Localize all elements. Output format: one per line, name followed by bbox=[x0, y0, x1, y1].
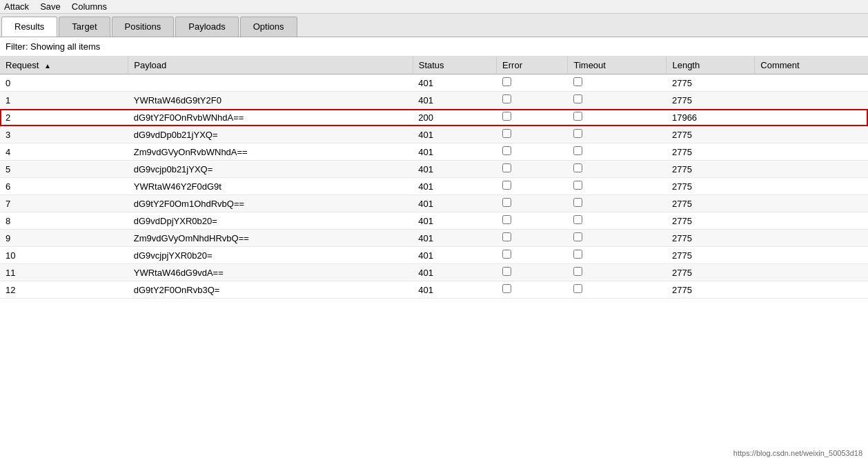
cell-comment bbox=[755, 212, 868, 230]
cell-timeout-checkbox bbox=[573, 163, 582, 172]
menu-attack[interactable]: Attack bbox=[4, 1, 29, 12]
cell-payload: YWRtaW46dG9tY2F0 bbox=[128, 92, 413, 109]
cell-timeout bbox=[568, 109, 667, 126]
cell-length: 2775 bbox=[667, 92, 755, 109]
cell-timeout-checkbox bbox=[573, 129, 582, 138]
cell-timeout-checkbox bbox=[573, 267, 582, 276]
cell-status: 401 bbox=[413, 143, 496, 161]
table-row[interactable]: 4Zm9vdGVyOnRvbWNhdA==4012775 bbox=[0, 143, 868, 161]
cell-error-checkbox bbox=[502, 112, 511, 121]
cell-length: 2775 bbox=[667, 230, 755, 247]
cell-length: 17966 bbox=[667, 109, 755, 126]
cell-error-checkbox bbox=[502, 267, 511, 276]
cell-comment bbox=[755, 195, 868, 212]
cell-request: 9 bbox=[0, 230, 128, 247]
col-header-error[interactable]: Error bbox=[497, 57, 568, 74]
results-table-container: Request ▲ Payload Status Error Timeout L… bbox=[0, 57, 868, 299]
cell-request: 2 bbox=[0, 109, 128, 126]
cell-error bbox=[497, 195, 568, 212]
cell-timeout-checkbox bbox=[573, 77, 582, 86]
cell-request: 12 bbox=[0, 281, 128, 299]
col-header-length[interactable]: Length bbox=[667, 57, 755, 74]
cell-error-checkbox bbox=[502, 284, 511, 293]
cell-comment bbox=[755, 126, 868, 143]
cell-payload: YWRtaW46dG9vdA== bbox=[128, 264, 413, 281]
cell-status: 401 bbox=[413, 212, 496, 230]
cell-timeout bbox=[568, 143, 667, 161]
cell-length: 2775 bbox=[667, 126, 755, 143]
cell-length: 2775 bbox=[667, 74, 755, 92]
col-header-payload[interactable]: Payload bbox=[128, 57, 413, 74]
table-row[interactable]: 3dG9vdDp0b21jYXQ=4012775 bbox=[0, 126, 868, 143]
tab-positions[interactable]: Positions bbox=[112, 17, 175, 37]
cell-timeout bbox=[568, 74, 667, 92]
table-row[interactable]: 04012775 bbox=[0, 74, 868, 92]
cell-error bbox=[497, 247, 568, 264]
cell-comment bbox=[755, 92, 868, 109]
col-header-timeout[interactable]: Timeout bbox=[568, 57, 667, 74]
cell-comment bbox=[755, 247, 868, 264]
table-row[interactable]: 9Zm9vdGVyOmNhdHRvbQ==4012775 bbox=[0, 230, 868, 247]
cell-error bbox=[497, 161, 568, 178]
cell-status: 401 bbox=[413, 126, 496, 143]
table-row[interactable]: 8dG9vdDpjYXR0b20=4012775 bbox=[0, 212, 868, 230]
col-header-status[interactable]: Status bbox=[413, 57, 496, 74]
cell-payload: Zm9vdGVyOmNhdHRvbQ== bbox=[128, 230, 413, 247]
cell-status: 401 bbox=[413, 264, 496, 281]
cell-error bbox=[497, 126, 568, 143]
cell-timeout-checkbox bbox=[573, 112, 582, 121]
table-row[interactable]: 2dG9tY2F0OnRvbWNhdA==20017966 bbox=[0, 109, 868, 126]
cell-error bbox=[497, 74, 568, 92]
cell-status: 401 bbox=[413, 178, 496, 195]
sort-arrow-request: ▲ bbox=[44, 62, 51, 70]
menu-save[interactable]: Save bbox=[40, 1, 61, 12]
cell-request: 6 bbox=[0, 178, 128, 195]
cell-request: 10 bbox=[0, 247, 128, 264]
cell-error bbox=[497, 143, 568, 161]
cell-payload: dG9tY2F0Om1OhdRvbQ== bbox=[128, 195, 413, 212]
cell-error bbox=[497, 178, 568, 195]
tab-bar: Results Target Positions Payloads Option… bbox=[0, 14, 868, 37]
tab-payloads[interactable]: Payloads bbox=[175, 17, 238, 37]
tab-options[interactable]: Options bbox=[240, 17, 297, 37]
cell-timeout-checkbox bbox=[573, 284, 582, 293]
cell-payload: Zm9vdGVyOnRvbWNhdA== bbox=[128, 143, 413, 161]
cell-error bbox=[497, 212, 568, 230]
col-header-comment[interactable]: Comment bbox=[755, 57, 868, 74]
cell-comment bbox=[755, 281, 868, 299]
cell-payload: dG9vcjpjYXR0b20= bbox=[128, 247, 413, 264]
table-row[interactable]: 10dG9vcjpjYXR0b20=4012775 bbox=[0, 247, 868, 264]
cell-length: 2775 bbox=[667, 178, 755, 195]
cell-status: 401 bbox=[413, 74, 496, 92]
table-row[interactable]: 7dG9tY2F0Om1OhdRvbQ==4012775 bbox=[0, 195, 868, 212]
cell-timeout-checkbox bbox=[573, 198, 582, 207]
cell-error-checkbox bbox=[502, 163, 511, 172]
cell-timeout-checkbox bbox=[573, 146, 582, 155]
cell-payload bbox=[128, 74, 413, 92]
cell-length: 2775 bbox=[667, 143, 755, 161]
cell-error-checkbox bbox=[502, 77, 511, 86]
menu-columns[interactable]: Columns bbox=[72, 1, 107, 12]
cell-timeout bbox=[568, 161, 667, 178]
cell-payload: dG9vcjp0b21jYXQ= bbox=[128, 161, 413, 178]
tab-results[interactable]: Results bbox=[1, 17, 57, 37]
table-row[interactable]: 6YWRtaW46Y2F0dG9t4012775 bbox=[0, 178, 868, 195]
table-row[interactable]: 11YWRtaW46dG9vdA==4012775 bbox=[0, 264, 868, 281]
table-row[interactable]: 1YWRtaW46dG9tY2F04012775 bbox=[0, 92, 868, 109]
tab-target[interactable]: Target bbox=[59, 17, 110, 37]
cell-request: 3 bbox=[0, 126, 128, 143]
col-header-request[interactable]: Request ▲ bbox=[0, 57, 128, 74]
table-row[interactable]: 12dG9tY2F0OnRvb3Q=4012775 bbox=[0, 281, 868, 299]
table-row[interactable]: 5dG9vcjp0b21jYXQ=4012775 bbox=[0, 161, 868, 178]
cell-request: 11 bbox=[0, 264, 128, 281]
cell-status: 200 bbox=[413, 109, 496, 126]
cell-length: 2775 bbox=[667, 161, 755, 178]
menu-bar: Attack Save Columns bbox=[0, 0, 868, 14]
cell-comment bbox=[755, 161, 868, 178]
cell-request: 4 bbox=[0, 143, 128, 161]
cell-error-checkbox bbox=[502, 181, 511, 190]
cell-comment bbox=[755, 74, 868, 92]
cell-error-checkbox bbox=[502, 146, 511, 155]
cell-error bbox=[497, 281, 568, 299]
cell-status: 401 bbox=[413, 92, 496, 109]
